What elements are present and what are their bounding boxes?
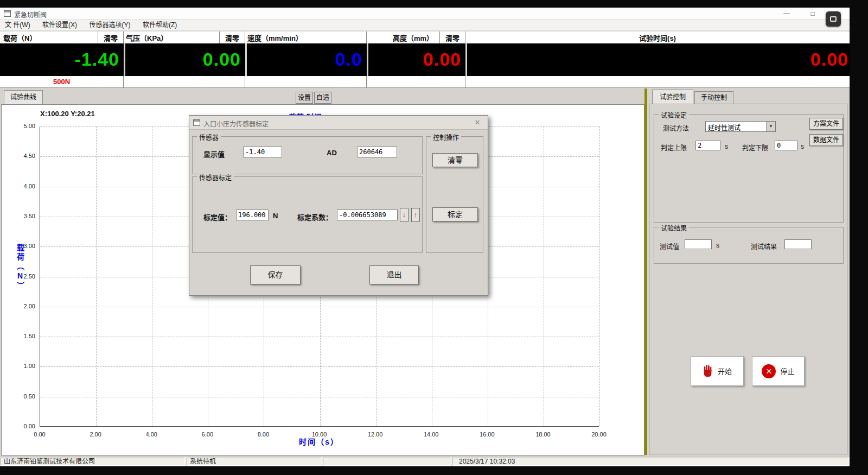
y-tick-label: 2.50 bbox=[24, 273, 35, 280]
load-label: 载荷（N） bbox=[3, 33, 36, 43]
cursor-coordinates: X:100.20 Y:20.21 bbox=[40, 110, 95, 118]
load-range-cell: 500N bbox=[0, 76, 124, 88]
height-label: 高度（mm） bbox=[393, 33, 433, 43]
exit-button[interactable]: 退出 bbox=[369, 265, 419, 284]
zero-button[interactable]: 清零 bbox=[432, 153, 478, 167]
test-value-label: 测试值 bbox=[660, 242, 679, 251]
calibrate-button[interactable]: 标定 bbox=[432, 207, 478, 221]
chart-settings-button[interactable]: 设置 bbox=[296, 92, 313, 104]
x-tick-label: 20.00 bbox=[591, 431, 607, 438]
maximize-icon[interactable]: □ bbox=[805, 8, 821, 20]
test-control-page: 试验设定 测试方法 延时性测试 ▼ 判定上限 s 判定下限 s 方案文件 bbox=[649, 104, 847, 454]
y-tick-label: 2.00 bbox=[24, 303, 35, 309]
method-value: 延时性测试 bbox=[706, 122, 766, 131]
window-title: 紧急切断阀 bbox=[14, 10, 47, 19]
readout-header: 载荷（N） 清零 气压（KPa） 清零 速度（mm/min） 高度（mm） 清零… bbox=[0, 31, 850, 43]
x-tick-label: 18.00 bbox=[535, 431, 551, 438]
load-value-panel: -1.40 bbox=[0, 43, 124, 76]
speed-label: 速度（mm/min） bbox=[247, 33, 303, 43]
y-tick-label: 0.50 bbox=[24, 393, 35, 400]
y-tick-label: 3.50 bbox=[24, 213, 35, 219]
test-result-input[interactable] bbox=[784, 239, 812, 249]
sensor-group: 传感器 显示值 AD bbox=[192, 136, 423, 174]
test-result-group: 试验结果 测试值 s 测试结果 bbox=[654, 227, 844, 264]
x-tick-label: 14.00 bbox=[424, 431, 439, 438]
tab-test-curve[interactable]: 试验曲线 bbox=[4, 90, 43, 104]
stop-button-label: 停止 bbox=[780, 366, 794, 376]
tab-test-control[interactable]: 试验控制 bbox=[652, 90, 693, 104]
stop-button[interactable]: ✕ 停止 bbox=[752, 356, 805, 386]
pressure-label: 气压（KPa） bbox=[126, 33, 168, 43]
upper-limit-label: 判定上限 bbox=[661, 143, 687, 152]
coef-input[interactable] bbox=[337, 210, 398, 220]
y-axis-label: 载荷（N） bbox=[15, 244, 25, 291]
grid-line-horizontal bbox=[40, 307, 599, 307]
speed-value-panel: 0.0 bbox=[247, 43, 367, 76]
status-state: 系统待机 bbox=[187, 458, 321, 466]
chart-autofit-button[interactable]: 自适 bbox=[314, 92, 331, 104]
tab-manual-control[interactable]: 手动控制 bbox=[694, 91, 733, 104]
status-empty-segment bbox=[323, 458, 450, 466]
start-button[interactable]: 开始 bbox=[691, 356, 744, 386]
readout-sub-row: 500N bbox=[0, 76, 850, 88]
display-value-input[interactable] bbox=[243, 147, 282, 157]
arrow-down-icon: ↓ bbox=[403, 211, 406, 219]
test-setting-group-label: 试验设定 bbox=[659, 110, 689, 119]
speed-header-cell: 速度（mm/min） bbox=[245, 31, 367, 43]
load-clear-button[interactable]: 清零 bbox=[98, 31, 123, 43]
dialog-title: 入口小压力传感器标定 bbox=[203, 119, 269, 128]
y-tick-label: 1.00 bbox=[24, 363, 35, 369]
lower-limit-input[interactable] bbox=[775, 141, 797, 150]
start-button-label: 开始 bbox=[718, 366, 732, 376]
y-tick-label: 4.50 bbox=[24, 153, 35, 159]
upper-limit-input[interactable] bbox=[695, 141, 720, 150]
pressure-value-panel: 0.00 bbox=[125, 43, 245, 76]
coef-decrease-button[interactable]: ↓ bbox=[400, 208, 409, 222]
control-panel: 试验控制 手动控制 试验设定 测试方法 延时性测试 ▼ 判定上限 s bbox=[649, 88, 848, 455]
menu-software-settings[interactable]: 软件设置(X) bbox=[37, 20, 82, 30]
x-axis-label: 时间（s） bbox=[299, 436, 339, 447]
y-tick-label: 0.00 bbox=[24, 423, 35, 429]
x-tick-label: 8.00 bbox=[258, 431, 269, 438]
test-value-input[interactable] bbox=[685, 239, 712, 249]
menu-help[interactable]: 软件帮助(Z) bbox=[138, 20, 182, 30]
height-header-cell: 高度（mm） 清零 bbox=[367, 31, 465, 43]
x-tick-label: 4.00 bbox=[145, 431, 157, 438]
plan-file-button[interactable]: 方案文件 bbox=[809, 118, 843, 130]
menu-bar: 文 件(W) 软件设置(X) 传感器选项(Y) 软件帮助(Z) bbox=[0, 20, 850, 31]
load-header-cell: 载荷（N） 清零 bbox=[0, 31, 124, 43]
grid-line-vertical bbox=[599, 126, 600, 426]
height-clear-button[interactable]: 清零 bbox=[439, 31, 465, 43]
stop-icon: ✕ bbox=[762, 364, 776, 378]
minimize-icon[interactable]: — bbox=[778, 8, 795, 20]
desktop: 紧急切断阀 — □ ✕ 文 件(W) 软件设置(X) 传感器选项(Y) 软件帮助… bbox=[0, 0, 868, 475]
time-value-panel: 0.00 bbox=[467, 43, 850, 76]
calibration-group: 传感器标定 标定值： N 标定系数： ↓ ↑ bbox=[192, 176, 423, 253]
calib-value-input[interactable] bbox=[236, 210, 269, 220]
calib-value-label: 标定值： bbox=[203, 212, 232, 222]
calib-unit-label: N bbox=[273, 212, 278, 220]
test-setting-group: 试验设定 测试方法 延时性测试 ▼ 判定上限 s 判定下限 s 方案文件 bbox=[654, 114, 844, 223]
coef-increase-button[interactable]: ↑ bbox=[411, 208, 420, 222]
ad-value-input[interactable] bbox=[357, 147, 397, 157]
y-tick-label: 4.00 bbox=[24, 183, 35, 189]
grid-line-horizontal bbox=[40, 397, 599, 397]
pressure-clear-button[interactable]: 清零 bbox=[219, 31, 245, 43]
status-datetime: 2025/3/17 10:32:03 bbox=[452, 458, 848, 466]
dialog-close-icon[interactable]: ✕ bbox=[473, 118, 482, 128]
control-operation-group: 控制操作 清零 标定 bbox=[426, 136, 483, 253]
save-button[interactable]: 保存 bbox=[250, 265, 301, 284]
speed-value: 0.0 bbox=[335, 49, 367, 69]
y-tick-label: 3.00 bbox=[24, 243, 35, 249]
method-label: 测试方法 bbox=[663, 123, 689, 132]
menu-sensor-options[interactable]: 传感器选项(Y) bbox=[85, 20, 136, 30]
menu-file[interactable]: 文 件(W) bbox=[0, 20, 35, 30]
grid-line-horizontal bbox=[40, 337, 599, 337]
panel-splitter[interactable] bbox=[644, 88, 647, 455]
lower-limit-unit: s bbox=[801, 143, 804, 150]
method-dropdown[interactable]: 延时性测试 ▼ bbox=[705, 121, 776, 132]
screen-overlay-icon[interactable] bbox=[826, 11, 841, 27]
data-file-button[interactable]: 数据文件 bbox=[809, 134, 843, 146]
upper-limit-unit: s bbox=[725, 143, 728, 150]
test-result-group-label: 试验结果 bbox=[659, 223, 689, 232]
